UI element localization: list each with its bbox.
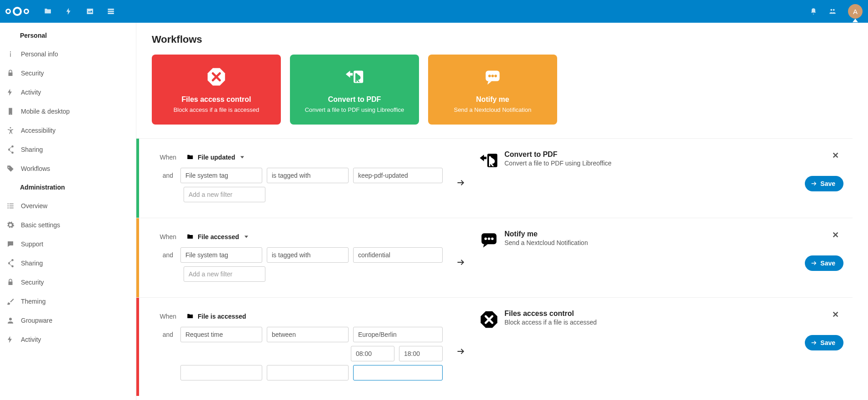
add-filter-input[interactable] (184, 266, 265, 282)
sidebar-item-label: Support (21, 240, 43, 248)
save-label: Save (820, 339, 835, 346)
filter-value-input[interactable] (353, 365, 443, 380)
time-to-input[interactable] (399, 346, 443, 361)
sidebar-item-label: Personal info (21, 50, 58, 58)
sidebar-item-label: Security (21, 279, 44, 286)
photos-icon[interactable] (86, 7, 94, 15)
arrow-icon (443, 150, 479, 206)
filter-value-input[interactable] (353, 327, 443, 342)
contacts-icon[interactable] (829, 8, 836, 15)
filter-field-input[interactable] (180, 247, 262, 263)
sidebar-item-label: Groupware (21, 317, 52, 324)
workflow-card-red[interactable]: Files access controlBlock access if a fi… (152, 55, 281, 125)
topbar: A (0, 0, 868, 23)
svg-point-11 (491, 238, 494, 240)
folder-icon (187, 313, 194, 320)
workflow-card-orange[interactable]: Notify meSend a Nextcloud Notification (428, 55, 557, 125)
delete-rule-button[interactable]: ✕ (832, 150, 839, 160)
bolt-icon (6, 88, 15, 96)
card-desc: Block access if a file is accessed (174, 106, 259, 113)
sidebar-item-activity[interactable]: Activity (0, 83, 136, 102)
topbar-right: A (810, 4, 863, 19)
sidebar-item-mobile-desktop[interactable]: Mobile & desktop (0, 102, 136, 121)
sidebar-item-workflows[interactable]: Workflows (0, 159, 136, 178)
sidebar-item-personal-info[interactable]: Personal info (0, 45, 136, 64)
activity-icon[interactable] (65, 7, 73, 15)
mobile-icon (6, 107, 15, 115)
lock-icon (6, 69, 15, 77)
sidebar-item-overview[interactable]: Overview (0, 196, 136, 215)
action-desc: Convert a file to PDF using Libreoffice (504, 160, 612, 167)
arrow-icon (443, 310, 479, 384)
delete-rule-button[interactable]: ✕ (832, 310, 839, 320)
sidebar-item-activity[interactable]: Activity (0, 330, 136, 349)
sidebar-item-basic-settings[interactable]: Basic settings (0, 215, 136, 235)
time-from-input[interactable] (351, 346, 394, 361)
sidebar-item-label: Accessibility (21, 127, 55, 134)
when-label: When (152, 313, 179, 320)
filter-value-input[interactable] (353, 247, 443, 263)
sidebar-item-theming[interactable]: Theming (0, 292, 136, 311)
info-icon (6, 50, 15, 58)
logo[interactable] (5, 7, 29, 16)
filter-operator-input[interactable] (267, 247, 349, 263)
sidebar-item-label: Mobile & desktop (21, 108, 70, 115)
filter-operator-input[interactable] (267, 327, 349, 342)
and-label: and (152, 251, 176, 259)
card-title: Notify me (476, 95, 509, 104)
action-icon (479, 150, 499, 170)
sidebar-item-label: Basic settings (21, 221, 60, 229)
rule-conditions: When File is accessed and (152, 310, 443, 384)
workflow-rule: When File updated and Convert to P (136, 138, 853, 218)
filter-field-input[interactable] (180, 327, 262, 342)
page-title: Workflows (152, 34, 853, 45)
save-label: Save (820, 260, 835, 267)
sidebar-item-support[interactable]: Support (0, 235, 136, 254)
event-select[interactable]: File accessed (184, 230, 252, 244)
chat-icon (6, 240, 15, 248)
lock-icon (6, 278, 15, 286)
avatar[interactable]: A (848, 4, 863, 19)
event-select[interactable]: File updated (184, 150, 248, 164)
sidebar-item-label: Sharing (21, 146, 43, 153)
filter-operator-input[interactable] (267, 365, 349, 380)
event-select[interactable]: File is accessed (184, 310, 259, 323)
add-filter-input[interactable] (184, 187, 265, 202)
save-label: Save (820, 180, 835, 187)
sidebar-item-sharing[interactable]: Sharing (0, 140, 136, 159)
filter-value-input[interactable] (353, 168, 443, 183)
action-icon (479, 230, 499, 250)
tag-icon (6, 165, 15, 173)
sidebar-item-label: Theming (21, 298, 45, 305)
files-icon[interactable] (44, 7, 52, 15)
filter-operator-input[interactable] (267, 168, 349, 183)
save-button[interactable]: Save (805, 255, 843, 271)
card-desc: Send a Nextcloud Notification (454, 106, 532, 113)
filter-field-input[interactable] (180, 168, 262, 183)
sidebar-item-security[interactable]: Security (0, 273, 136, 292)
save-button[interactable]: Save (805, 176, 843, 191)
action-desc: Block access if a file is accessed (504, 319, 597, 326)
accessibility-icon (6, 126, 15, 135)
svg-point-6 (494, 75, 497, 77)
sidebar-item-sharing[interactable]: Sharing (0, 254, 136, 273)
delete-rule-button[interactable]: ✕ (832, 230, 839, 240)
notifications-icon[interactable] (810, 8, 817, 15)
filter-field-input[interactable] (180, 365, 262, 380)
when-label: When (152, 154, 179, 161)
list-icon (6, 202, 15, 210)
deck-icon[interactable] (107, 7, 115, 15)
card-title: Convert to PDF (328, 95, 381, 104)
gear-icon (6, 221, 15, 229)
sidebar-item-security[interactable]: Security (0, 64, 136, 83)
save-button[interactable]: Save (805, 335, 843, 350)
svg-point-9 (484, 238, 487, 240)
card-title: Files access control (182, 95, 251, 104)
sidebar-item-accessibility[interactable]: Accessibility (0, 121, 136, 140)
workflow-card-green[interactable]: Convert to PDFConvert a file to PDF usin… (290, 55, 419, 125)
main-content: Workflows Files access controlBlock acce… (136, 23, 868, 400)
sidebar-heading-admin: Administration (0, 178, 136, 196)
sidebar: Personal Personal infoSecurityActivityMo… (0, 23, 136, 400)
and-label: and (152, 331, 176, 338)
sidebar-item-groupware[interactable]: Groupware (0, 311, 136, 330)
